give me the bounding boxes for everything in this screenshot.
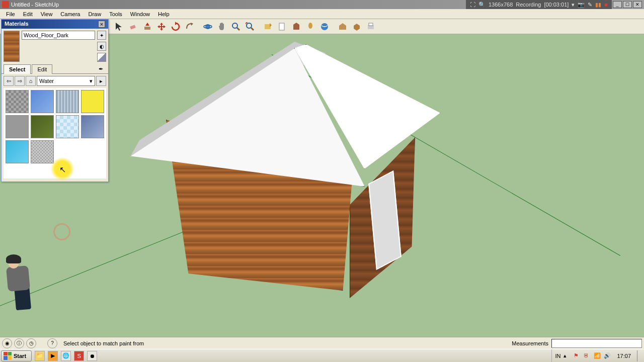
menu-window[interactable]: Window xyxy=(126,10,154,18)
share-model-icon[interactable] xyxy=(350,20,363,33)
language-indicator[interactable]: IN xyxy=(555,353,560,359)
category-dropdown[interactable]: Water ▾ xyxy=(37,76,95,86)
measurements-input[interactable] xyxy=(551,339,642,348)
details-menu-icon[interactable]: ▸ xyxy=(96,76,106,86)
scale-figure[interactable] xyxy=(3,255,38,311)
camera-icon[interactable]: 📷 xyxy=(578,2,585,8)
rotate-tool-icon[interactable] xyxy=(169,20,182,33)
tray-shield-icon[interactable]: ⛨ xyxy=(584,352,591,359)
menubar: File Edit View Camera Draw Tools Window … xyxy=(0,9,644,19)
orbit-tool-icon[interactable] xyxy=(201,20,214,33)
menu-help[interactable]: Help xyxy=(154,10,174,18)
svg-line-5 xyxy=(237,28,239,30)
chevron-down-icon[interactable]: ▾ xyxy=(572,2,575,8)
task-media-icon[interactable]: ▶ xyxy=(48,351,58,361)
eraser-tool-icon[interactable] xyxy=(127,20,140,33)
claim-credit-icon[interactable]: ◷ xyxy=(26,338,36,348)
geo-location-icon[interactable]: ◉ xyxy=(2,338,12,348)
move-tool-icon[interactable] xyxy=(155,20,168,33)
materials-panel[interactable]: Materials × ✦ ◐ Select Edit ✒ ⇦ ⇨ ⌂ Wate… xyxy=(1,19,109,182)
material-swatch[interactable] xyxy=(56,115,79,138)
new-model-icon[interactable] xyxy=(276,20,289,33)
svg-point-10 xyxy=(308,23,312,29)
material-swatch[interactable] xyxy=(6,90,29,113)
menu-view[interactable]: View xyxy=(37,10,57,18)
category-label: Water xyxy=(39,78,54,84)
material-swatch[interactable] xyxy=(31,140,54,163)
default-material-swatch[interactable] xyxy=(97,53,106,62)
set-default-icon[interactable]: ◐ xyxy=(97,42,106,51)
nav-forward-icon[interactable]: ⇨ xyxy=(15,76,25,86)
fullscreen-icon[interactable]: ⛶ xyxy=(470,2,475,8)
measurements-label: Measurements xyxy=(512,340,548,346)
pause-icon[interactable]: ▮▮ xyxy=(595,2,601,8)
panel-header[interactable]: Materials × xyxy=(2,20,108,29)
svg-rect-9 xyxy=(279,23,284,30)
task-chrome-icon[interactable]: 🌐 xyxy=(61,351,71,361)
menu-draw[interactable]: Draw xyxy=(84,10,105,18)
pan-tool-icon[interactable] xyxy=(215,20,228,33)
window-title: Untitled - SketchUp xyxy=(11,2,466,8)
material-swatch[interactable] xyxy=(56,90,79,113)
print-icon[interactable] xyxy=(364,20,377,33)
pencil-icon[interactable]: ✎ xyxy=(588,2,592,8)
preview-ge-icon[interactable] xyxy=(318,20,331,33)
material-swatch[interactable] xyxy=(31,90,54,113)
status-hint: Select object to match paint from xyxy=(63,340,512,346)
nav-home-icon[interactable]: ⌂ xyxy=(26,76,36,86)
offset-tool-icon[interactable] xyxy=(183,20,196,33)
task-explorer-icon[interactable]: 📁 xyxy=(35,351,45,361)
app-icon xyxy=(2,1,9,8)
material-swatch[interactable] xyxy=(31,115,54,138)
create-material-icon[interactable]: ✦ xyxy=(97,31,106,40)
task-recorder-icon[interactable]: ⏺ xyxy=(87,351,97,361)
panel-close-icon[interactable]: × xyxy=(98,21,105,28)
tray-flag-icon[interactable]: ⚑ xyxy=(574,352,581,359)
pushpull-tool-icon[interactable] xyxy=(141,20,154,33)
svg-line-7 xyxy=(251,28,254,30)
tray-network-icon[interactable]: 📶 xyxy=(594,352,601,359)
get-photo-textures-icon[interactable] xyxy=(290,20,303,33)
show-desktop-button[interactable] xyxy=(637,350,641,361)
stop-icon[interactable]: ■ xyxy=(604,2,608,8)
nav-back-icon[interactable]: ⇦ xyxy=(4,76,14,86)
minimize-button[interactable]: _ xyxy=(613,1,622,8)
menu-file[interactable]: File xyxy=(2,10,19,18)
menu-edit[interactable]: Edit xyxy=(19,10,37,18)
start-label: Start xyxy=(14,353,26,359)
tab-edit[interactable]: Edit xyxy=(32,64,52,74)
material-swatch[interactable] xyxy=(81,115,104,138)
select-tool-icon[interactable] xyxy=(113,20,126,33)
taskbar: Start 📁 ▶ 🌐 S ⏺ IN ▴ ⚑ ⛨ 📶 🔊 17:07 xyxy=(0,349,644,362)
get-models-icon[interactable] xyxy=(262,20,275,33)
material-swatch[interactable] xyxy=(6,115,29,138)
help-icon[interactable]: ? xyxy=(47,338,57,348)
material-swatch[interactable] xyxy=(81,90,104,113)
close-button[interactable]: ✕ xyxy=(633,1,642,8)
extension-warehouse-icon[interactable] xyxy=(336,20,349,33)
place-model-icon[interactable] xyxy=(304,20,317,33)
material-swatch[interactable] xyxy=(6,140,29,163)
system-tray: IN ▴ ⚑ ⛨ 📶 🔊 17:07 xyxy=(551,349,644,362)
menu-tools[interactable]: Tools xyxy=(105,10,126,18)
clock[interactable]: 17:07 xyxy=(614,353,634,359)
menu-camera[interactable]: Camera xyxy=(56,10,84,18)
panel-title: Materials xyxy=(5,21,29,28)
start-button[interactable]: Start xyxy=(1,350,32,361)
zoom-tool-icon[interactable] xyxy=(229,20,243,33)
zoom-extents-tool-icon[interactable] xyxy=(244,20,257,33)
tray-volume-icon[interactable]: 🔊 xyxy=(604,352,611,359)
maximize-button[interactable]: ☐ xyxy=(623,1,632,8)
svg-rect-13 xyxy=(369,23,373,26)
search-icon[interactable]: 🔍 xyxy=(478,2,486,8)
task-sketchup-icon[interactable]: S xyxy=(74,351,84,361)
tab-select[interactable]: Select xyxy=(4,64,31,74)
material-name-input[interactable] xyxy=(22,31,95,40)
eyedropper-icon[interactable]: ✒ xyxy=(96,64,105,73)
statusbar: ◉ ⓘ ◷ ? Select object to match paint fro… xyxy=(0,337,644,349)
windows-logo-icon xyxy=(4,352,12,360)
credits-icon[interactable]: ⓘ xyxy=(14,338,24,348)
material-preview[interactable] xyxy=(4,31,20,62)
recording-overlay[interactable]: ⛶ 🔍 1366x768 Recording [00:03:01] ▾ 📷 ✎ … xyxy=(466,0,612,9)
tray-arrow-icon[interactable]: ▴ xyxy=(564,352,571,359)
